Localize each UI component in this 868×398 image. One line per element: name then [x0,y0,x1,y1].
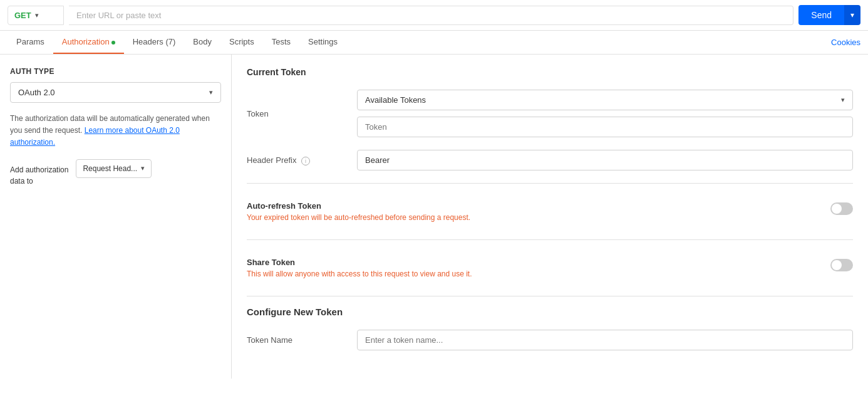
url-input[interactable]: Enter URL or paste text [69,6,793,25]
separator-2 [247,239,853,240]
separator-3 [247,296,853,296]
tab-headers[interactable]: Headers (7) [124,31,185,54]
tab-scripts[interactable]: Scripts [220,31,263,54]
tab-settings[interactable]: Settings [299,31,346,54]
tab-authorization[interactable]: Authorization [53,31,124,54]
tab-params[interactable]: Params [8,31,53,54]
tabs-bar: Params Authorization Headers (7) Body Sc… [0,31,868,55]
available-tokens-chevron-icon: ▾ [841,96,845,104]
token-input[interactable] [357,117,853,137]
url-placeholder: Enter URL or paste text [76,11,161,20]
available-tokens-label: Available Tokens [365,95,426,105]
share-token-content: Share Token This will allow anyone with … [247,258,820,278]
token-label: Token [247,109,347,118]
separator-1 [247,183,853,184]
left-panel: Auth Type OAuth 2.0 ▾ The authorization … [0,55,232,379]
token-name-label: Token Name [247,335,347,345]
add-auth-row: Add authorizationdata to Request Head...… [10,159,221,187]
available-tokens-dropdown[interactable]: Available Tokens ▾ [357,90,853,110]
top-bar: GET ▾ Enter URL or paste text Send ▾ [0,0,868,31]
share-token-desc: This will allow anyone with access to th… [247,270,820,278]
share-token-row: Share Token This will allow anyone with … [247,250,853,286]
send-button[interactable]: Send [798,5,844,25]
right-panel: Current Token Token Available Tokens ▾ H… [232,55,868,379]
token-name-input[interactable] [357,330,853,350]
tab-tests[interactable]: Tests [263,31,299,54]
token-name-row: Token Name [247,330,853,350]
auto-refresh-desc: Your expired token will be auto-refreshe… [247,213,820,222]
tab-authorization-label: Authorization [62,37,110,46]
auth-description: The authorization data will be automatic… [10,113,221,149]
header-prefix-input[interactable] [357,150,853,170]
share-token-toggle[interactable] [830,259,853,271]
configure-new-token-title: Configure New Token [247,306,853,317]
header-prefix-row: Header Prefix i [247,150,853,170]
auth-type-chevron-icon: ▾ [209,88,213,97]
main-content: Auth Type OAuth 2.0 ▾ The authorization … [0,55,868,379]
auth-type-label: Auth Type [10,67,221,76]
tab-body[interactable]: Body [184,31,220,54]
header-prefix-label: Header Prefix i [247,155,347,165]
auth-type-select[interactable]: OAuth 2.0 ▾ [10,82,221,103]
current-token-title: Current Token [247,67,853,77]
auto-refresh-content: Auto-refresh Token Your expired token wi… [247,201,820,222]
cookies-link[interactable]: Cookies [831,31,860,53]
request-head-select[interactable]: Request Head... ▾ [76,159,152,178]
add-auth-label: Add authorizationdata to [10,159,68,187]
auth-type-value: OAuth 2.0 [18,88,55,97]
share-token-title: Share Token [247,258,820,267]
token-controls: Available Tokens ▾ [357,90,853,137]
header-prefix-info-icon[interactable]: i [301,157,310,165]
method-chevron-icon: ▾ [35,11,39,19]
oauth-link-text: OAuth 2.0 [146,126,180,135]
auto-refresh-row: Auto-refresh Token Your expired token wi… [247,194,853,229]
authorization-dot [111,41,115,45]
method-label: GET [14,11,31,20]
send-dropdown-button[interactable]: ▾ [844,5,860,25]
method-select[interactable]: GET ▾ [8,6,64,25]
auto-refresh-title: Auto-refresh Token [247,201,820,211]
send-button-group: Send ▾ [798,5,860,25]
token-field-row: Token Available Tokens ▾ [247,90,853,137]
header-prefix-controls [357,150,853,170]
request-head-value: Request Head... [83,164,137,173]
request-head-chevron-icon: ▾ [141,164,145,172]
auto-refresh-toggle[interactable] [830,202,853,215]
